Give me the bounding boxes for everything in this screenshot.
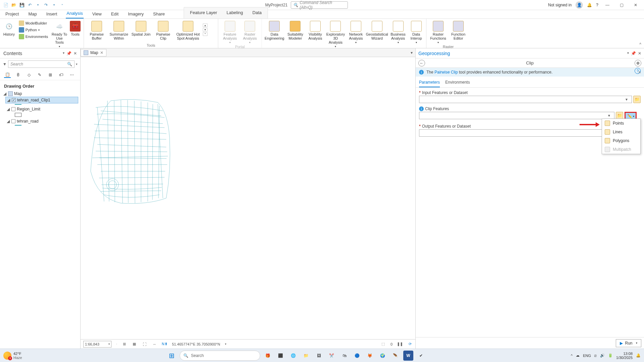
taskbar-search[interactable]: 🔍 Search bbox=[180, 351, 260, 361]
gallery-down-icon[interactable]: ▾ bbox=[203, 28, 208, 32]
geostatistical-wizard-button[interactable]: Geostatistical Wizard bbox=[367, 20, 387, 40]
minimize-button[interactable]: — bbox=[602, 0, 612, 10]
start-button[interactable]: ⊞ bbox=[167, 351, 177, 361]
open-project-icon[interactable]: 📂 bbox=[11, 2, 17, 8]
taskbar-explorer[interactable]: 📁 bbox=[301, 351, 311, 361]
tab-imagery[interactable]: Imagery bbox=[127, 10, 144, 18]
tray-chevron-icon[interactable]: ^ bbox=[571, 354, 572, 358]
collapse-icon[interactable]: ◢ bbox=[7, 98, 10, 102]
data-interop-button[interactable]: Data Interop▾ bbox=[409, 20, 423, 44]
browse-input-button[interactable]: 📁 bbox=[633, 96, 641, 103]
layer-checkbox[interactable] bbox=[11, 119, 15, 123]
coords-dropdown-icon[interactable]: ▾ bbox=[225, 343, 226, 346]
tab-edit[interactable]: Edit bbox=[110, 10, 119, 18]
list-by-snapping-icon[interactable]: ⊞ bbox=[47, 72, 54, 78]
maximize-button[interactable]: ▢ bbox=[616, 0, 627, 10]
pairwise-clip-link[interactable]: Pairwise Clip bbox=[434, 70, 458, 75]
sketch-lines-item[interactable]: Lines bbox=[602, 128, 640, 136]
data-engineering-button[interactable]: Data Engineering bbox=[265, 20, 284, 40]
info-icon[interactable]: i bbox=[419, 106, 424, 111]
contents-search[interactable]: Search 🔍 bbox=[8, 60, 75, 68]
collapse-icon[interactable]: ◢ bbox=[3, 91, 7, 96]
scale-input[interactable]: 1:66,843▾ bbox=[83, 341, 111, 348]
optimized-hotspot-button[interactable]: Optimized Hot Spot Analysis bbox=[175, 20, 201, 40]
history-button[interactable]: 🕓 History bbox=[3, 20, 15, 36]
taskbar-app-5[interactable]: 🌍 bbox=[378, 351, 388, 361]
taskbar-firefox[interactable]: 🦊 bbox=[365, 351, 375, 361]
redo-icon[interactable]: ↷ bbox=[43, 2, 49, 8]
layer-tehran-road-clip1[interactable]: ◢ tehran_road_Clip1 bbox=[5, 97, 78, 103]
function-editor-button[interactable]: Function Editor bbox=[449, 20, 467, 40]
add-to-favorites-button[interactable]: ⊕ bbox=[635, 60, 641, 66]
close-tab-icon[interactable]: ✕ bbox=[100, 50, 103, 55]
exploratory-3d-button[interactable]: Exploratory 3D Analysis▾ bbox=[326, 20, 345, 48]
close-icon[interactable]: ✕ bbox=[638, 51, 641, 56]
tray-connect-icon[interactable]: ⎚ bbox=[594, 354, 597, 358]
layer-checkbox[interactable] bbox=[12, 98, 16, 102]
save-icon[interactable]: 💾 bbox=[19, 2, 25, 8]
list-by-drawing-order-icon[interactable]: 📋 bbox=[4, 72, 11, 78]
map-tab[interactable]: Map ✕ bbox=[81, 49, 106, 56]
selection-icon[interactable]: ⬚ bbox=[380, 342, 386, 347]
user-icon[interactable]: 👤 bbox=[576, 1, 583, 9]
raster-functions-button[interactable]: Raster Functions▾ bbox=[429, 20, 447, 44]
grid2-icon[interactable]: ▦ bbox=[132, 342, 137, 347]
collapse-ribbon-icon[interactable]: ^ bbox=[639, 42, 641, 47]
run-button[interactable]: ▶ Run ▾ bbox=[616, 339, 641, 347]
collapse-icon[interactable]: ◢ bbox=[7, 107, 10, 111]
tab-analysis[interactable]: Analysis bbox=[66, 9, 83, 18]
layer-checkbox[interactable] bbox=[11, 107, 15, 111]
tab-insert[interactable]: Insert bbox=[46, 10, 58, 18]
tab-view[interactable]: View bbox=[92, 10, 102, 18]
environments-button[interactable]: Environments bbox=[17, 34, 49, 40]
layer-tehran-road[interactable]: ◢ tehran_road bbox=[5, 118, 78, 124]
list-by-editing-icon[interactable]: ✎ bbox=[36, 72, 43, 78]
dropdown-icon[interactable]: ▾ bbox=[608, 113, 613, 118]
dropdown-icon[interactable]: ▾ bbox=[626, 97, 630, 102]
list-by-source-icon[interactable]: 🛢 bbox=[15, 72, 21, 78]
environments-tab[interactable]: Environments bbox=[445, 79, 470, 87]
tray-onedrive-icon[interactable]: ☁ bbox=[576, 353, 580, 358]
clock[interactable]: 13:08 1/30/2025 bbox=[616, 352, 633, 360]
refresh-icon[interactable]: ⟳ bbox=[407, 342, 413, 347]
tab-feature-layer[interactable]: Feature Layer bbox=[189, 9, 218, 17]
list-by-labeling-icon[interactable]: 🏷 bbox=[58, 72, 64, 78]
new-project-icon[interactable]: 📄 bbox=[3, 2, 9, 8]
modelbuilder-button[interactable]: ModelBuilder bbox=[17, 20, 49, 26]
redo-dropdown-icon[interactable]: ▾ bbox=[51, 2, 57, 8]
undo-dropdown-icon[interactable]: ▾ bbox=[35, 2, 41, 8]
search-options-icon[interactable]: ▾ bbox=[76, 62, 78, 66]
sketch-polygons-item[interactable]: Polygons bbox=[602, 136, 640, 145]
summarize-within-button[interactable]: Summarize Within bbox=[109, 20, 129, 40]
pairwise-clip-button[interactable]: Pairwise Clip bbox=[153, 20, 173, 40]
sketch-points-item[interactable]: Points bbox=[602, 119, 640, 128]
spatial-join-button[interactable]: Spatial Join bbox=[131, 20, 151, 36]
ready-to-use-tools-button[interactable]: ☁️ Ready To Use Tools▾ bbox=[51, 20, 67, 48]
undo-icon[interactable]: ↶ bbox=[27, 2, 33, 8]
tray-battery-icon[interactable]: 🔋 bbox=[608, 353, 613, 358]
back-button[interactable]: ← bbox=[418, 60, 425, 66]
filter-icon[interactable]: ▼ bbox=[3, 62, 7, 66]
input-features-field[interactable]: ▾ bbox=[419, 96, 632, 103]
taskbar-app-3[interactable]: ✂️ bbox=[327, 351, 337, 361]
signin-status[interactable]: Not signed in bbox=[548, 3, 571, 7]
taskbar-store[interactable]: 🛍 bbox=[339, 351, 350, 361]
close-button[interactable]: ✕ bbox=[631, 0, 641, 10]
layer-region-limit[interactable]: ◢ Region_Limit bbox=[5, 106, 78, 112]
tab-map[interactable]: Map bbox=[28, 10, 37, 18]
map-canvas[interactable] bbox=[81, 57, 415, 339]
taskbar-app-2[interactable]: 🖼 bbox=[314, 351, 324, 361]
help-icon[interactable]: ? bbox=[596, 3, 598, 7]
network-analysis-button[interactable]: Network Analysis▾ bbox=[347, 20, 365, 44]
more-icon[interactable]: ⋯ bbox=[68, 72, 75, 78]
tab-share[interactable]: Share bbox=[152, 10, 166, 18]
pairwise-buffer-button[interactable]: Pairwise Buffer bbox=[87, 20, 107, 40]
chevron-down-icon[interactable]: ▾ bbox=[63, 51, 64, 56]
chevron-down-icon[interactable]: ▾ bbox=[627, 51, 629, 56]
taskbar-app-7[interactable]: ✔ bbox=[416, 351, 426, 361]
taskbar-edge[interactable]: 🌐 bbox=[288, 351, 298, 361]
parameters-tab[interactable]: Parameters bbox=[419, 79, 440, 87]
tool-help-icon[interactable]: ? bbox=[635, 68, 641, 74]
collapse-icon[interactable]: ◢ bbox=[7, 119, 10, 124]
pause-icon[interactable]: ❚❚ bbox=[397, 342, 403, 347]
